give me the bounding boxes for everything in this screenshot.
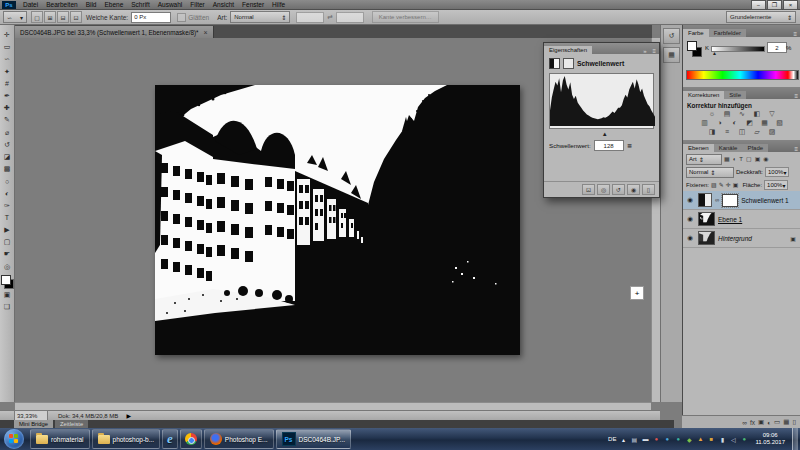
selective-color-icon[interactable]: ▱ <box>752 127 763 136</box>
marquee-tool-icon[interactable]: ▭ <box>1 41 14 53</box>
menu-hilfe[interactable]: Hilfe <box>268 1 289 8</box>
layers-panel-menu-icon[interactable]: ≡ <box>791 146 800 152</box>
tab-farbe[interactable]: Farbe <box>683 29 709 37</box>
pen-tool-icon[interactable]: ✑ <box>1 200 14 212</box>
lock-transparency-icon[interactable]: ▨ <box>711 182 717 188</box>
threshold-slider[interactable]: ▲ <box>549 131 654 138</box>
menu-schrift[interactable]: Schrift <box>127 1 153 8</box>
opacity-value[interactable]: 100%▾ <box>765 167 789 177</box>
filter-smart-object-icon[interactable]: ▣ <box>755 156 761 162</box>
reset-icon[interactable]: ↺ <box>612 184 625 195</box>
levels-icon[interactable]: ▤ <box>722 109 733 118</box>
delete-layer-icon[interactable]: ▯ <box>792 418 796 426</box>
channel-mixer-icon[interactable]: ▦ <box>759 118 770 127</box>
color-lookup-icon[interactable]: ▧ <box>774 118 785 127</box>
brush-tool-icon[interactable]: ✎ <box>1 114 14 126</box>
antivirus-tray-icon[interactable]: ◆ <box>685 436 693 443</box>
panel-menu-icon[interactable]: ≡ <box>649 48 659 54</box>
language-indicator[interactable]: DE <box>608 436 616 442</box>
color-balance-icon[interactable]: ◑ <box>714 118 725 127</box>
blend-mode-select[interactable]: Normal⇕ <box>686 167 734 178</box>
volume-tray-icon[interactable]: ◁ <box>729 436 737 443</box>
shape-tool-icon[interactable]: ▢ <box>1 236 14 248</box>
menu-fenster[interactable]: Fenster <box>238 1 268 8</box>
move-tool-icon[interactable]: ✛ <box>1 29 14 41</box>
layer-filter-select[interactable]: Art⇕ <box>686 154 722 165</box>
threshold-layer-thumbnail[interactable] <box>698 193 712 207</box>
layer-mask-thumbnail[interactable] <box>722 194 738 207</box>
minimize-button[interactable]: − <box>751 0 766 10</box>
height-input[interactable] <box>336 12 364 23</box>
restore-button[interactable]: ❐ <box>767 0 782 10</box>
new-adjustment-layer-icon[interactable]: ◐ <box>767 419 771 426</box>
crop-tool-icon[interactable]: # <box>1 78 14 90</box>
start-button[interactable] <box>4 429 24 449</box>
mail-tray-icon[interactable]: ▬ <box>641 436 649 442</box>
width-input[interactable] <box>296 12 324 23</box>
blur-tool-icon[interactable]: ○ <box>1 175 14 187</box>
taskbar-firefox-photoshop[interactable]: Photoshop E... <box>204 429 274 449</box>
threshold-slider-thumb[interactable]: ▲ <box>602 131 608 137</box>
curves-icon[interactable]: ∿ <box>737 109 748 118</box>
style-select[interactable]: Normal⇕ <box>230 11 290 23</box>
visibility-eye-icon[interactable]: ◉ <box>685 215 695 223</box>
menu-bearbeiten[interactable]: Bearbeiten <box>42 1 81 8</box>
close-button[interactable]: × <box>783 0 798 10</box>
lock-position-icon[interactable]: ✛ <box>726 182 731 188</box>
tab-kanaele[interactable]: Kanäle <box>714 144 743 152</box>
document-close-icon[interactable]: × <box>204 29 208 36</box>
previous-state-icon[interactable]: ◎ <box>597 184 610 195</box>
menu-datei[interactable]: Datei <box>19 1 42 8</box>
adjustments-panel-menu-icon[interactable]: ≡ <box>791 93 800 99</box>
eraser-tool-icon[interactable]: ◪ <box>1 151 14 163</box>
foreground-color-swatch[interactable] <box>1 275 11 285</box>
photo-filter-icon[interactable]: ◩ <box>744 118 755 127</box>
filter-shape-layers-icon[interactable]: ▢ <box>746 156 752 162</box>
feather-input[interactable]: 0 Px <box>131 12 171 23</box>
type-tool-icon[interactable]: T <box>1 212 14 224</box>
subtract-from-selection-icon[interactable]: ⊟ <box>57 11 69 23</box>
taskbar-folder-photoshop[interactable]: photoshop-b... <box>92 429 161 449</box>
collapsed-history-panel-button[interactable]: ↺ <box>663 28 680 44</box>
vibrance-icon[interactable]: ▽ <box>767 109 778 118</box>
taskbar-internet-explorer[interactable]: e <box>162 429 178 449</box>
quick-selection-tool-icon[interactable]: ✦ <box>1 66 14 78</box>
history-brush-tool-icon[interactable]: ↺ <box>1 139 14 151</box>
panel-foreground-swatch[interactable] <box>687 41 697 51</box>
black-white-icon[interactable]: ◐ <box>729 118 740 127</box>
menu-filter[interactable]: Filter <box>186 1 208 8</box>
gold-lock-tray-icon[interactable]: ■ <box>707 436 715 442</box>
taskbar-folder-rohmaterial[interactable]: rohmaterial <box>30 429 90 449</box>
new-group-icon[interactable]: ▭ <box>774 418 780 426</box>
tab-pfade[interactable]: Pfade <box>742 144 768 152</box>
k-slider-thumb[interactable]: ▲ <box>712 50 717 56</box>
menu-auswahl[interactable]: Auswahl <box>154 1 187 8</box>
menu-bild[interactable]: Bild <box>82 1 101 8</box>
show-desktop-button[interactable] <box>792 428 798 450</box>
network-tray-icon[interactable]: ▮ <box>718 436 726 443</box>
display-tray-icon[interactable]: ▤ <box>630 436 638 443</box>
visibility-icon[interactable]: ◉ <box>627 184 640 195</box>
visibility-eye-icon[interactable]: ◉ <box>685 234 695 242</box>
quick-mask-icon[interactable]: ▣ <box>1 289 14 301</box>
taskbar-clock[interactable]: 09:06 11.05.2017 <box>751 432 789 447</box>
link-layers-icon[interactable]: ∞ <box>742 419 747 426</box>
tab-stile[interactable]: Stile <box>724 91 746 99</box>
posterize-icon[interactable]: ≡ <box>722 127 733 136</box>
layer-style-icon[interactable]: fx <box>750 419 755 426</box>
menu-ebene[interactable]: Ebene <box>100 1 127 8</box>
clip-to-layer-icon[interactable]: ⊡ <box>582 184 595 195</box>
layer-name[interactable]: Schwellenwert 1 <box>741 197 788 204</box>
screen-mode-icon[interactable]: ❏ <box>1 301 14 313</box>
threshold-stepper-icon[interactable]: ≣ <box>627 142 632 149</box>
delete-adjustment-icon[interactable]: ▯ <box>642 184 655 195</box>
hand-tool-icon[interactable]: ☛ <box>1 248 14 260</box>
k-slider[interactable] <box>711 46 765 52</box>
filter-pixel-layers-icon[interactable]: ▦ <box>724 156 730 162</box>
eyedropper-tool-icon[interactable]: ✒ <box>1 90 14 102</box>
collapsed-info-panel-button[interactable]: ▦ <box>663 47 680 63</box>
brightness-contrast-icon[interactable]: ☼ <box>707 109 718 118</box>
layer-name[interactable]: Hintergrund <box>718 235 752 242</box>
status-arrow-icon[interactable]: ▶ <box>126 412 131 419</box>
zoom-tool-icon[interactable]: ◎ <box>1 261 14 273</box>
